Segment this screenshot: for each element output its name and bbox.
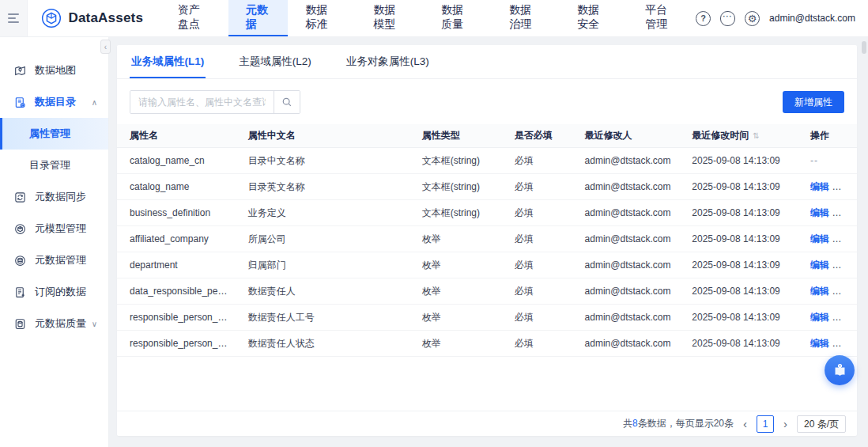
scrollbar-thumb[interactable] — [862, 41, 866, 54]
page-size-select[interactable]: 20 条/页 — [797, 415, 846, 433]
cell-attr-name: catalog_name — [117, 181, 236, 192]
nav-item-1[interactable]: 资产盘点 — [160, 0, 228, 36]
tab-1[interactable]: 业务域属性(L1) — [130, 45, 206, 78]
tab-3[interactable]: 业务对象属性(L3) — [345, 45, 431, 78]
delete-link[interactable]: 删除 — [848, 286, 857, 297]
catalog-icon — [14, 96, 27, 108]
nav-item-6[interactable]: 数据治理 — [492, 0, 560, 36]
cell-actions: 编辑 删除 — [798, 259, 857, 272]
table-row: catalog_name 目录英文名称 文本框(string) 必填 admin… — [117, 174, 857, 200]
hamburger-menu-icon[interactable] — [0, 0, 28, 36]
sidebar-item-1[interactable]: 数据地图 — [0, 55, 108, 86]
search-icon[interactable] — [274, 91, 300, 113]
delete-link[interactable]: 删除 — [848, 233, 857, 244]
edit-link[interactable]: 编辑 — [810, 286, 829, 297]
help-guide-fab[interactable] — [825, 355, 855, 385]
delete-link[interactable]: 删除 — [848, 312, 857, 323]
cell-attr-type: 枚举 — [409, 337, 502, 350]
cell-required: 必填 — [502, 337, 572, 350]
cell-attr-cn-name: 数据责任人状态 — [236, 337, 409, 350]
sidebar-item-6[interactable]: 元模型管理 — [0, 213, 108, 244]
nav-item-8[interactable]: 平台管理 — [628, 0, 696, 36]
delete-link[interactable]: 删除 — [848, 181, 857, 192]
next-page-icon[interactable]: › — [782, 418, 789, 430]
edit-link[interactable]: 编辑 — [810, 338, 829, 349]
edit-link[interactable]: 编辑 — [810, 259, 829, 271]
sidebar-collapse-icon[interactable]: ‹ — [100, 40, 111, 54]
cell-attr-type: 枚举 — [409, 233, 502, 246]
cell-modified-at: 2025-09-08 14:13:09 — [679, 312, 798, 323]
edit-link[interactable]: 编辑 — [810, 181, 829, 192]
delete-link[interactable]: 删除 — [848, 338, 857, 349]
cell-actions: 编辑 删除 — [798, 311, 857, 324]
delete-link[interactable]: 删除 — [848, 207, 857, 218]
cell-attr-type: 文本框(string) — [409, 180, 502, 194]
sort-icon[interactable]: ⇅ — [753, 131, 759, 140]
sidebar-item-2[interactable]: 数据目录∧ — [0, 86, 108, 118]
main-nav: 资产盘点元数据数据标准数据模型数据质量数据治理数据安全平台管理 — [160, 0, 696, 36]
column-label: 属性类型 — [422, 130, 460, 141]
tab-2[interactable]: 主题域属性(L2) — [237, 45, 313, 78]
column-label: 是否必填 — [515, 130, 553, 141]
prev-page-icon[interactable]: ‹ — [742, 418, 749, 430]
tab-bar: 业务域属性(L1)主题域属性(L2)业务对象属性(L3) — [117, 45, 857, 79]
table-row: affiliated_company 所属公司 枚举 必填 admin@dtst… — [117, 226, 857, 252]
nav-item-5[interactable]: 数据质量 — [424, 0, 492, 36]
sidebar-item-label: 数据目录 — [35, 95, 76, 109]
action-divider — [838, 287, 839, 295]
search-input[interactable] — [130, 91, 274, 113]
quality-icon — [14, 317, 27, 330]
sidebar-item-8[interactable]: 订阅的数据 — [0, 276, 108, 308]
cell-attr-type: 枚举 — [409, 285, 502, 298]
pagination-total: 共8条数据，每页显示20条 — [623, 417, 734, 430]
cell-attr-type: 文本框(string) — [409, 206, 502, 220]
help-icon[interactable]: ? — [696, 11, 711, 26]
column-header-4: 是否必填 — [502, 129, 572, 142]
book-pin-icon — [832, 362, 848, 379]
column-label: 属性中文名 — [248, 130, 296, 141]
attribute-search — [130, 90, 300, 114]
column-label: 最近修改时间 — [692, 130, 749, 141]
attributes-table: 属性名属性中文名属性类型是否必填最近修改人最近修改时间⇅操作 catalog_n… — [117, 124, 857, 357]
nav-item-7[interactable]: 数据安全 — [560, 0, 628, 36]
sidebar-item-label: 订阅的数据 — [35, 285, 86, 299]
sidebar-item-label: 元数据同步 — [35, 190, 86, 204]
page-number-button[interactable]: 1 — [757, 415, 774, 433]
message-icon[interactable]: ··· — [720, 11, 735, 26]
logo-cube-icon — [41, 8, 62, 28]
column-label: 操作 — [810, 130, 829, 141]
cell-modified-at: 2025-09-08 14:13:09 — [679, 207, 798, 218]
edit-link[interactable]: 编辑 — [810, 233, 829, 244]
sidebar-item-7[interactable]: 元数据管理 — [0, 244, 108, 276]
cell-attr-name: responsible_person_number — [117, 312, 236, 323]
no-action-placeholder: -- — [810, 155, 818, 166]
cell-attr-name: responsible_person_state — [117, 338, 236, 349]
cell-attr-name: affiliated_company — [117, 233, 236, 244]
delete-link[interactable]: 删除 — [848, 259, 857, 271]
sidebar-item-9[interactable]: 元数据质量∨ — [0, 308, 108, 339]
column-header-3: 属性类型 — [409, 129, 502, 142]
cell-actions: -- — [798, 155, 857, 166]
nav-item-4[interactable]: 数据模型 — [356, 0, 424, 36]
add-attribute-button[interactable]: 新增属性 — [783, 91, 844, 113]
column-label: 最近修改人 — [585, 130, 632, 141]
sidebar-item-5[interactable]: 元数据同步 — [0, 181, 108, 213]
sidebar-item-3[interactable]: 属性管理 — [0, 118, 108, 150]
sidebar-item-4[interactable]: 目录管理 — [0, 150, 108, 181]
edit-link[interactable]: 编辑 — [810, 207, 829, 218]
edit-link[interactable]: 编辑 — [810, 312, 829, 323]
nav-item-2[interactable]: 元数据 — [228, 0, 288, 36]
settings-icon[interactable]: ⚙ — [745, 11, 760, 26]
user-email[interactable]: admin@dtstack.com — [769, 13, 855, 24]
subscribe-icon — [14, 286, 27, 298]
chevron-up-icon: ∧ — [92, 98, 97, 107]
cell-modified-by: admin@dtstack.com — [572, 259, 680, 271]
pagination: 共8条数据，每页显示20条 ‹ 1 › 20 条/页 — [117, 411, 857, 436]
cell-modified-at: 2025-09-08 14:13:09 — [679, 181, 798, 192]
sync-icon — [14, 191, 27, 203]
metadata-icon — [14, 254, 27, 267]
sidebar-item-label: 目录管理 — [29, 158, 70, 172]
nav-item-3[interactable]: 数据标准 — [288, 0, 356, 36]
sidebar-item-label: 元数据管理 — [35, 253, 86, 267]
column-header-5: 最近修改人 — [572, 129, 680, 142]
